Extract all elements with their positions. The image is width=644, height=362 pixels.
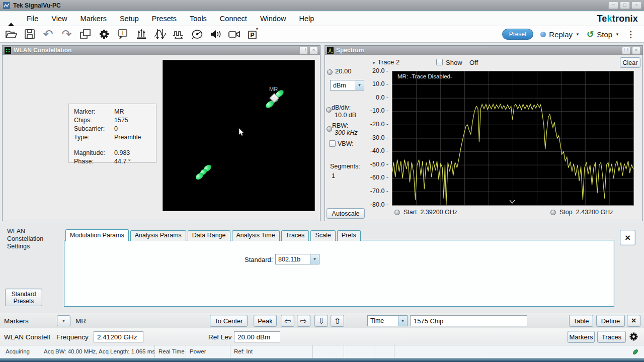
autoscale-button[interactable]: Autoscale <box>327 208 365 219</box>
y-axis-tick: 20.0 <box>365 67 388 74</box>
status-cell-real-time: Real Time <box>155 345 186 358</box>
rbw-value[interactable]: 300 kHz <box>335 129 358 136</box>
menu-markers[interactable]: Markers <box>74 15 113 23</box>
menu-presets[interactable]: Presets <box>145 15 183 23</box>
marker-define-button[interactable]: Define <box>596 315 625 327</box>
higher-peak-button[interactable]: ⇧ <box>331 315 344 327</box>
start-label: Start <box>404 209 417 216</box>
readout-row-type-: Type:Preamble <box>74 133 156 142</box>
chevron-down-icon[interactable]: ▼ <box>615 32 619 37</box>
spinner-icon[interactable] <box>550 210 556 215</box>
tab-analysis-time[interactable]: Analysis Time <box>232 230 280 241</box>
units-select[interactable]: dBm▼ <box>330 80 364 90</box>
next-peak-right-button[interactable]: ⇨ <box>297 315 310 327</box>
peak-button[interactable]: Peak <box>254 315 277 327</box>
marker-status-overlay: MR: -Trace Disabled- <box>397 73 452 79</box>
show-checkbox[interactable] <box>436 59 443 65</box>
settings-gear-icon[interactable] <box>628 331 639 344</box>
waveform-markers-icon[interactable] <box>153 28 167 41</box>
constellation-panel: WLAN Constellation ❒ × Marker:MRChips:15… <box>2 45 320 221</box>
window-title: Tek SignalVu-PC <box>13 2 61 9</box>
preset-p-icon[interactable]: P* <box>246 28 260 41</box>
marker-position-input[interactable] <box>410 315 527 326</box>
panel-close-button[interactable]: × <box>309 47 318 54</box>
panel-restore-button[interactable]: ❒ <box>299 47 308 54</box>
spectrum-panel-title: Spectrum <box>336 47 364 54</box>
prev-peak-left-button[interactable]: ⇦ <box>281 315 294 327</box>
menu-tools[interactable]: Tools <box>183 15 213 23</box>
settings-gear-icon[interactable] <box>97 28 111 41</box>
tab-modulation-params[interactable]: Modulation Params <box>65 229 129 241</box>
replay-control[interactable]: Replay ▼ <box>540 30 580 39</box>
trace-selector[interactable]: ▼ Trace 2 <box>372 58 399 66</box>
spinner-icon[interactable] <box>327 69 333 75</box>
panel-restore-button[interactable]: ❒ <box>622 47 630 54</box>
minimize-button[interactable]: ─ <box>608 2 618 9</box>
tab-analysis-params[interactable]: Analysis Params <box>130 230 186 241</box>
open-folder-icon[interactable] <box>4 28 18 41</box>
ref-lev-input[interactable] <box>234 331 280 342</box>
menu-file[interactable]: File <box>20 15 45 23</box>
waveform-zoom-icon[interactable] <box>172 28 185 41</box>
to-center-button[interactable]: To Center <box>210 315 248 327</box>
save-icon[interactable] <box>23 28 36 41</box>
meter-icon[interactable] <box>190 28 204 41</box>
spinner-icon[interactable] <box>327 126 332 132</box>
camera-icon[interactable] <box>227 28 241 41</box>
cascade-windows-icon[interactable] <box>78 28 92 41</box>
display-tag-icon[interactable]: T <box>116 28 129 41</box>
frequency-input[interactable] <box>94 331 143 342</box>
maximize-button[interactable]: ▢ <box>620 2 630 9</box>
spinner-icon[interactable] <box>326 107 332 113</box>
spinner-icon[interactable] <box>394 210 400 215</box>
undo-icon[interactable]: ↶ <box>41 28 55 41</box>
title-bar[interactable]: Tek SignalVu-PC ─ ▢ × <box>0 0 644 11</box>
vbw-checkbox[interactable] <box>329 140 336 147</box>
replay-icon <box>540 32 546 37</box>
marker-comb-icon[interactable] <box>134 28 148 41</box>
preset-button[interactable]: Preset <box>502 29 534 40</box>
markers-panel-button[interactable]: Markers <box>568 331 595 343</box>
start-value[interactable]: 2.39200 GHz <box>420 209 457 216</box>
menu-setup[interactable]: Setup <box>113 15 145 23</box>
stop-frequency[interactable]: Stop 2.43200 GHz <box>550 209 613 216</box>
marker-bar: Markers ▼ MR To Center Peak ⇦ ⇨ ⇩ ⇧ Time… <box>0 313 644 328</box>
marker-bar-close-button[interactable]: × <box>627 315 640 327</box>
stop-control[interactable]: ↺ Stop ▼ <box>587 29 619 40</box>
settings-close-button[interactable]: × <box>620 230 635 245</box>
marker-select-dropdown[interactable]: ▼ <box>57 315 70 326</box>
overflow-menu-icon[interactable]: ⋮ <box>626 29 635 40</box>
marker-table-button[interactable]: Table <box>569 315 593 327</box>
tab-traces[interactable]: Traces <box>281 230 309 241</box>
traces-panel-button[interactable]: Traces <box>597 331 626 343</box>
standard-presets-button[interactable]: Standard Presets <box>5 289 42 306</box>
tab-data-range[interactable]: Data Range <box>188 230 230 241</box>
eject-icon[interactable] <box>7 15 15 23</box>
menu-view[interactable]: View <box>45 15 73 23</box>
lower-peak-button[interactable]: ⇩ <box>314 315 328 327</box>
spectrum-plot[interactable]: MR: -Trace Disabled- <box>392 71 634 206</box>
db-div-value[interactable]: 10.0 dB <box>335 112 356 119</box>
spectrum-panel-titlebar[interactable]: Spectrum ❒ × <box>325 46 642 55</box>
menu-connect[interactable]: Connect <box>213 15 254 23</box>
readout-mode-select[interactable]: Time▼ <box>367 315 408 326</box>
constellation-panel-titlebar[interactable]: WLAN Constellation ❒ × <box>3 46 320 55</box>
standard-select[interactable]: 802.11b▼ <box>275 254 319 264</box>
chevron-down-icon[interactable]: ▼ <box>576 32 580 37</box>
ref-level-value[interactable]: 20.00 <box>335 67 352 75</box>
menu-window[interactable]: Window <box>254 15 293 23</box>
constellation-display[interactable]: MR <box>163 60 315 211</box>
panel-close-button[interactable]: × <box>632 47 640 54</box>
stop-value[interactable]: 2.43200 GHz <box>576 209 613 216</box>
menu-help[interactable]: Help <box>292 15 320 23</box>
menu-bar: FileViewMarkersSetupPresetsToolsConnectW… <box>0 12 644 26</box>
audio-icon[interactable] <box>209 28 222 41</box>
tab-prefs[interactable]: Prefs <box>337 230 361 241</box>
start-frequency[interactable]: Start 2.39200 GHz <box>394 209 457 216</box>
redo-icon[interactable]: ↷ <box>60 28 73 41</box>
close-button[interactable]: × <box>631 2 641 9</box>
tab-scale[interactable]: Scale <box>310 230 335 241</box>
show-label: Show <box>446 59 462 66</box>
clear-button[interactable]: Clear <box>620 57 640 68</box>
marker-readout: Marker:MRChips:1575Subcarrier:0Type:Prea… <box>68 104 156 163</box>
